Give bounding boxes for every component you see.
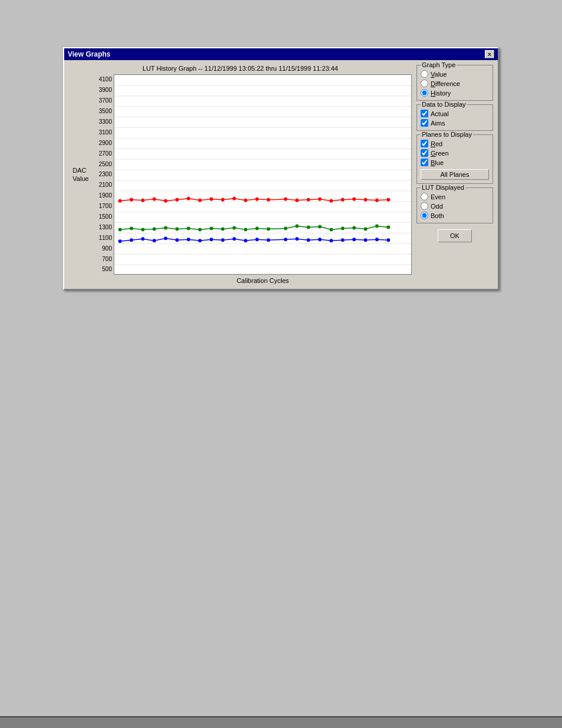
svg-point-56 [255,226,259,230]
y-tick: 3300 [99,117,112,127]
y-tick: 3500 [99,106,112,117]
svg-point-76 [210,238,213,241]
svg-point-42 [375,199,379,202]
blue-option[interactable]: Blue [421,159,489,166]
svg-point-82 [284,238,287,241]
red-option[interactable]: Red [421,140,489,147]
chart-inner: DACValue 4100 3900 3700 3500 3300 3100 2… [69,74,412,275]
svg-point-27 [198,199,201,202]
graph-type-history-option[interactable]: History [421,89,489,97]
close-button[interactable]: × [485,50,494,58]
svg-point-80 [255,238,259,241]
lut-displayed-title: LUT Displayed [421,184,465,191]
blue-checkbox[interactable] [421,159,428,166]
graph-type-difference-label: Difference [431,80,460,87]
svg-point-22 [141,199,145,202]
svg-point-48 [164,226,167,229]
graph-type-difference-option[interactable]: Difference [421,80,489,87]
lut-odd-label: Odd [431,203,443,210]
y-tick: 700 [102,253,112,264]
title-bar: View Graphs × [64,48,498,60]
y-tick: 1300 [99,222,112,232]
lut-both-option[interactable]: Both [421,212,489,219]
chart-svg [114,75,411,274]
blue-label: Blue [431,159,444,166]
graph-type-history-radio[interactable] [421,89,428,97]
svg-point-51 [198,228,201,231]
svg-point-88 [352,238,356,241]
svg-point-58 [284,226,287,230]
svg-point-50 [187,226,190,230]
svg-point-59 [295,225,299,228]
ok-button[interactable]: OK [438,229,472,242]
planes-to-display-title: Planes to Display [421,131,473,138]
chart-container: LUT History Graph -- 11/12/1999 13:05:22… [69,65,412,284]
lut-even-radio[interactable] [421,193,428,200]
y-tick: 2500 [99,159,112,169]
lut-even-label: Even [431,193,445,200]
lut-even-option[interactable]: Even [421,193,489,200]
svg-point-72 [164,236,167,240]
svg-point-54 [233,226,236,229]
close-icon: × [488,51,491,58]
svg-point-69 [130,238,133,242]
svg-point-75 [198,239,201,242]
svg-point-71 [153,239,156,242]
lut-odd-radio[interactable] [421,202,428,210]
y-tick: 1700 [99,201,112,212]
data-to-display-options: Actual Aims [421,110,489,127]
planes-to-display-options: Red Green Blue All Planes [421,140,489,180]
y-tick: 3100 [99,127,112,137]
svg-point-25 [176,198,179,202]
y-tick: 1500 [99,212,112,222]
aims-option[interactable]: Aims [421,119,489,127]
green-option[interactable]: Green [421,149,489,157]
actual-checkbox[interactable] [421,110,428,117]
y-axis-text: DACValue [72,166,88,183]
svg-point-64 [352,226,356,229]
aims-checkbox[interactable] [421,119,428,127]
svg-point-89 [364,238,368,242]
graph-type-value-label: Value [431,71,447,78]
controls-panel: Graph Type Value Difference History [416,65,493,284]
lut-odd-option[interactable]: Odd [421,202,489,210]
svg-point-31 [244,199,247,202]
svg-point-39 [341,198,345,202]
svg-point-24 [164,199,167,203]
lut-both-radio[interactable] [421,212,428,219]
y-tick: 500 [102,264,112,275]
graph-type-value-option[interactable]: Value [421,70,489,78]
svg-point-40 [352,197,356,201]
all-planes-button[interactable]: All Planes [421,169,489,180]
svg-point-52 [210,226,213,230]
graph-type-value-radio[interactable] [421,70,428,78]
svg-point-33 [267,198,270,202]
green-checkbox[interactable] [421,149,428,157]
red-checkbox[interactable] [421,140,428,147]
svg-point-44 [118,228,122,231]
svg-point-65 [364,227,368,230]
graph-type-history-label: History [431,90,451,97]
y-axis-ticks: 4100 3900 3700 3500 3300 3100 2900 2700 … [92,74,114,275]
aims-label: Aims [431,120,445,127]
y-tick: 3900 [99,85,112,95]
svg-point-43 [386,198,390,202]
red-label: Red [431,140,442,147]
graph-type-group: Graph Type Value Difference History [416,65,493,101]
actual-option[interactable]: Actual [421,110,489,117]
svg-point-32 [255,197,259,201]
y-tick: 2300 [99,169,112,180]
svg-point-57 [267,227,270,230]
dialog-title: View Graphs [68,50,110,58]
graph-type-difference-radio[interactable] [421,80,428,87]
svg-point-30 [233,197,236,200]
svg-point-70 [141,237,145,241]
svg-point-36 [307,198,310,202]
svg-point-37 [318,197,322,201]
svg-point-90 [375,238,379,241]
green-label: Green [431,150,449,157]
svg-point-84 [307,238,310,242]
svg-point-29 [221,198,224,202]
svg-point-21 [130,198,133,202]
svg-point-86 [329,239,333,242]
